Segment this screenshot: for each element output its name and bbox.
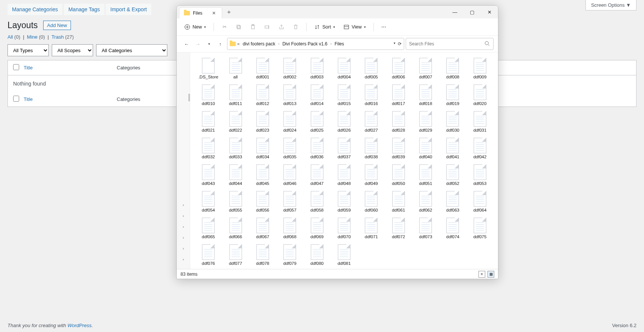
wordpress-link[interactable]: WordPress <box>68 323 92 328</box>
file-item[interactable]: ddf064 <box>467 189 493 214</box>
up-button[interactable]: ↑ <box>215 39 226 49</box>
file-item[interactable]: ddf025 <box>304 110 330 134</box>
file-item[interactable]: ddf036 <box>304 136 330 161</box>
file-item[interactable]: ddf002 <box>277 56 302 81</box>
chevron-right-icon[interactable]: › <box>183 236 184 240</box>
file-item[interactable]: ddf037 <box>331 136 357 161</box>
file-item[interactable]: ddf034 <box>250 136 275 161</box>
file-item[interactable]: ddf054 <box>196 189 221 214</box>
file-item[interactable]: ddf001 <box>250 56 275 81</box>
file-item[interactable]: ddf014 <box>304 83 330 107</box>
column-title[interactable]: Title <box>24 65 117 71</box>
filter-types-select[interactable]: All Types <box>8 44 49 56</box>
file-item[interactable]: ddf019 <box>440 83 465 107</box>
more-button[interactable]: ⋯ <box>378 22 389 32</box>
file-item[interactable]: ddf067 <box>250 216 275 240</box>
file-item[interactable]: ddf023 <box>250 110 275 134</box>
chevron-down-icon[interactable]: ▾ <box>394 41 396 47</box>
filter-trash-link[interactable]: Trash <box>51 34 64 40</box>
file-item[interactable]: ddf051 <box>413 163 438 187</box>
filter-scopes-select[interactable]: All Scopes <box>52 44 93 56</box>
file-item[interactable]: ddf060 <box>358 189 384 214</box>
manage-categories-button[interactable]: Manage Categories <box>8 4 62 15</box>
file-item[interactable]: ddf081 <box>331 243 357 267</box>
refresh-button[interactable]: ⟳ <box>398 41 402 47</box>
file-item[interactable]: ddf077 <box>223 243 248 267</box>
file-item[interactable]: ddf073 <box>413 216 438 240</box>
nav-pane-collapsed[interactable]: › › › › › › <box>177 53 190 269</box>
add-new-button[interactable]: Add New <box>43 21 71 30</box>
file-item[interactable]: ddf052 <box>440 163 465 187</box>
file-item[interactable]: ddf057 <box>277 189 302 214</box>
file-item[interactable]: ddf008 <box>440 56 465 81</box>
file-item[interactable]: ddf027 <box>358 110 384 134</box>
filter-categories-select[interactable]: All Categories <box>96 44 167 56</box>
chevron-right-icon[interactable]: › <box>183 225 184 229</box>
file-item[interactable]: ddf056 <box>250 189 275 214</box>
filter-mine-link[interactable]: Mine <box>27 34 38 40</box>
file-item[interactable]: ddf074 <box>440 216 465 240</box>
breadcrumb-segment[interactable]: Files <box>333 41 345 47</box>
file-item[interactable]: ddf075 <box>467 216 493 240</box>
file-item[interactable]: ddf059 <box>331 189 357 214</box>
minimize-button[interactable]: — <box>446 6 463 18</box>
file-item[interactable]: ddf069 <box>304 216 330 240</box>
file-item[interactable]: ddf055 <box>223 189 248 214</box>
file-item[interactable]: ddf011 <box>223 83 248 107</box>
file-item[interactable]: ddf050 <box>386 163 411 187</box>
file-item[interactable]: ddf032 <box>196 136 221 161</box>
details-view-toggle[interactable]: ≡ <box>478 271 485 278</box>
file-item[interactable]: ddf046 <box>277 163 302 187</box>
file-item[interactable]: ddf040 <box>413 136 438 161</box>
file-item[interactable]: ddf063 <box>440 189 465 214</box>
file-item[interactable]: ddf053 <box>467 163 493 187</box>
file-item[interactable]: ddf020 <box>467 83 493 107</box>
file-item[interactable]: ddf039 <box>386 136 411 161</box>
file-item[interactable]: ddf024 <box>277 110 302 134</box>
manage-tags-button[interactable]: Manage Tags <box>64 4 104 15</box>
file-item[interactable]: ddf044 <box>223 163 248 187</box>
file-item[interactable]: ddf049 <box>358 163 384 187</box>
file-item[interactable]: ddf007 <box>413 56 438 81</box>
file-item[interactable]: ddf071 <box>358 216 384 240</box>
import-export-button[interactable]: Import & Export <box>106 4 151 15</box>
recent-button[interactable]: ▾ <box>204 39 214 49</box>
forward-button[interactable]: → <box>193 39 203 49</box>
file-item[interactable]: ddf042 <box>467 136 493 161</box>
file-item[interactable]: ddf017 <box>386 83 411 107</box>
explorer-tab[interactable]: Files ✕ <box>179 7 222 18</box>
file-item[interactable]: ddf078 <box>250 243 275 267</box>
close-button[interactable]: ✕ <box>481 6 498 18</box>
file-item[interactable]: ddf006 <box>386 56 411 81</box>
file-item[interactable]: ddf005 <box>358 56 384 81</box>
breadcrumb-segment[interactable]: Divi Footers Pack v1.6 <box>281 41 329 47</box>
screen-options-button[interactable]: Screen Options ▼ <box>585 0 636 11</box>
file-item[interactable]: ddf045 <box>250 163 275 187</box>
back-button[interactable]: ← <box>181 39 192 49</box>
chevron-right-icon[interactable]: › <box>183 203 184 207</box>
file-item[interactable]: ddf026 <box>331 110 357 134</box>
maximize-button[interactable]: ▢ <box>463 6 481 18</box>
file-item[interactable]: ddf079 <box>277 243 302 267</box>
select-all-checkbox-bottom[interactable] <box>13 96 19 102</box>
file-item[interactable]: ddf010 <box>196 83 221 107</box>
file-item[interactable]: ddf076 <box>196 243 221 267</box>
file-item[interactable]: ddf066 <box>223 216 248 240</box>
file-item[interactable]: ddf035 <box>277 136 302 161</box>
file-item[interactable]: ddf068 <box>277 216 302 240</box>
file-item[interactable]: ddf038 <box>358 136 384 161</box>
view-button[interactable]: View▾ <box>340 22 369 32</box>
file-item[interactable]: ddf031 <box>467 110 493 134</box>
new-button[interactable]: New ▾ <box>181 22 209 32</box>
breadcrumb-segment[interactable]: divi footers pack <box>241 41 277 47</box>
file-item[interactable]: ddf070 <box>331 216 357 240</box>
file-item[interactable]: ddf012 <box>250 83 275 107</box>
file-item[interactable]: ddf047 <box>304 163 330 187</box>
chevron-right-icon[interactable]: › <box>183 246 184 251</box>
icons-view-toggle[interactable]: ▦ <box>488 271 494 278</box>
file-item[interactable]: ddf072 <box>386 216 411 240</box>
file-item[interactable]: ddf018 <box>413 83 438 107</box>
tab-close-icon[interactable]: ✕ <box>211 11 217 16</box>
search-input[interactable]: Search Files <box>406 38 494 50</box>
file-item[interactable]: ddf021 <box>196 110 221 134</box>
